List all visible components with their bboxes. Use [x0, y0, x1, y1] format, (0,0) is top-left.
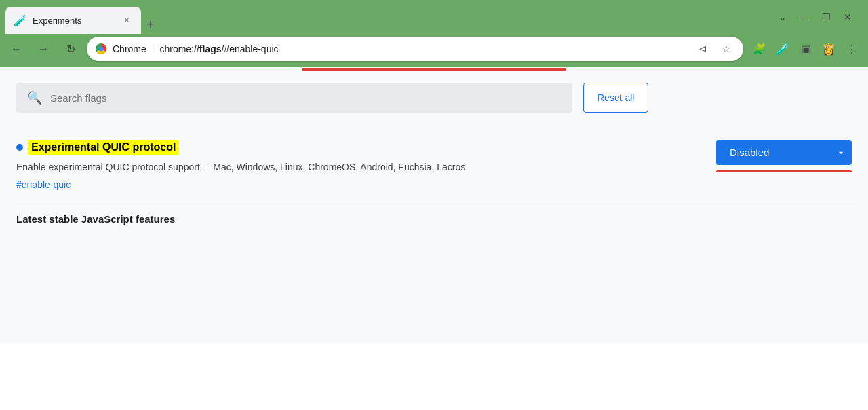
flag-item-js-features: Latest stable JavaScript features — [16, 202, 852, 238]
flags-page: 🔍 Reset all Experimental QUIC protocol E… — [0, 72, 868, 343]
forward-button[interactable]: → — [33, 38, 54, 60]
flags-list: Experimental QUIC protocol Enable experi… — [16, 129, 852, 255]
address-url: chrome://flags/#enable-quic — [159, 43, 688, 54]
address-separator: | — [152, 43, 155, 54]
top-red-underline — [302, 68, 566, 71]
select-wrapper: Default Enabled Disabled — [716, 140, 852, 165]
toolbar-icons: 🧩 🧪 ▣ 👸 ⋮ — [749, 38, 863, 60]
experiments-toolbar-icon[interactable]: 🧪 — [772, 38, 793, 60]
bookmark-icon[interactable]: ☆ — [716, 39, 735, 58]
address-bar[interactable]: Chrome | chrome://flags/#enable-quic ⊲ ☆ — [87, 37, 743, 61]
menu-icon[interactable]: ⋮ — [841, 38, 863, 60]
flag-title-row: Experimental QUIC protocol — [16, 140, 705, 155]
tab-close-button[interactable]: × — [121, 14, 133, 26]
flag-dot-indicator — [16, 144, 23, 151]
new-tab-button[interactable]: + — [141, 15, 160, 34]
share-icon[interactable]: ⊲ — [693, 39, 712, 58]
search-icon: 🔍 — [27, 90, 42, 105]
back-button[interactable]: ← — [5, 38, 27, 60]
flag-title-js: Latest stable JavaScript features — [16, 213, 852, 225]
address-actions: ⊲ ☆ — [693, 39, 735, 58]
url-bold-part: flags — [199, 43, 222, 54]
active-tab[interactable]: 🧪 Experiments × — [5, 7, 141, 34]
avatar-icon[interactable]: 👸 — [818, 38, 840, 60]
restore-button[interactable]: ❐ — [816, 7, 835, 26]
reload-button[interactable]: ↻ — [60, 38, 81, 60]
flag-select-quic[interactable]: Default Enabled Disabled — [716, 140, 852, 165]
title-bar: 🧪 Experiments × + ⌄ — ❐ ✕ — [0, 0, 868, 34]
flag-content-quic: Experimental QUIC protocol Enable experi… — [16, 140, 705, 191]
annotation-spacer — [0, 67, 868, 72]
chrome-lock-icon — [95, 43, 107, 55]
window-controls: ⌄ — ❐ ✕ — [773, 7, 863, 26]
minimize-button[interactable]: — — [795, 7, 814, 26]
flag-control-quic: Default Enabled Disabled — [716, 140, 852, 172]
extensions-icon[interactable]: 🧩 — [749, 38, 770, 60]
search-input[interactable] — [50, 92, 561, 104]
select-red-underline — [716, 170, 852, 172]
flag-anchor-link[interactable]: #enable-quic — [16, 179, 71, 190]
flag-item-enable-quic: Experimental QUIC protocol Enable experi… — [16, 129, 852, 202]
close-window-button[interactable]: ✕ — [838, 7, 857, 26]
search-row: 🔍 Reset all — [16, 83, 852, 113]
tab-area: 🧪 Experiments × + — [5, 0, 770, 34]
search-box[interactable]: 🔍 — [16, 83, 572, 113]
tab-title: Experiments — [33, 16, 115, 26]
tab-favicon: 🧪 — [14, 14, 27, 27]
flag-description: Enable experimental QUIC protocol suppor… — [16, 160, 705, 174]
tab-search-button[interactable]: ⌄ — [773, 7, 792, 26]
address-bar-container: ← → ↻ Chrome | chrome://flags/#enable-qu… — [0, 34, 868, 67]
address-brand: Chrome — [113, 43, 146, 54]
flag-title: Experimental QUIC protocol — [28, 140, 178, 155]
reset-all-button[interactable]: Reset all — [583, 83, 648, 113]
url-suffix: /#enable-quic — [221, 43, 278, 54]
sidebar-icon[interactable]: ▣ — [795, 38, 816, 60]
